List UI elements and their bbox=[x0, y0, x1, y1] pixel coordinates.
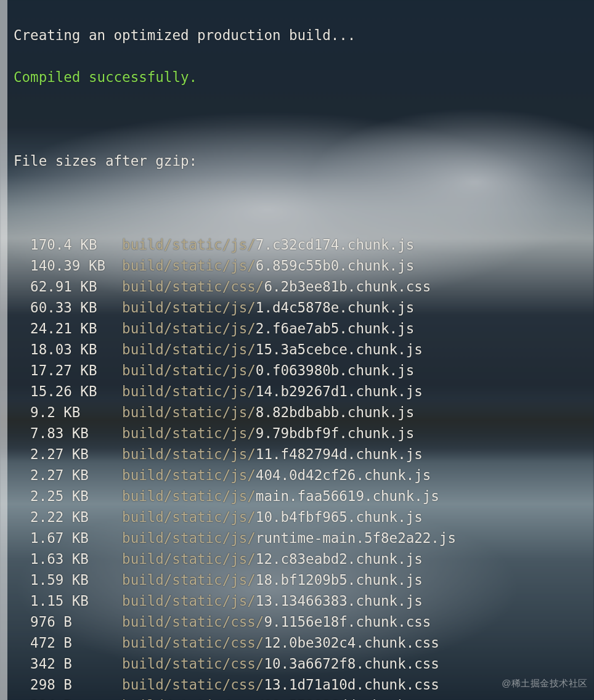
file-dir: build/static/js/ bbox=[122, 299, 256, 315]
file-row: 1.15 KBbuild/static/js/13.13466383.chunk… bbox=[14, 590, 594, 611]
file-size: 294 B bbox=[30, 695, 122, 700]
file-dir: build/static/js/ bbox=[122, 509, 256, 525]
file-dir: build/static/js/ bbox=[122, 404, 256, 420]
file-row: 9.2 KBbuild/static/js/8.82bdbabb.chunk.j… bbox=[14, 402, 594, 423]
file-dir: build/static/js/ bbox=[122, 320, 256, 336]
file-name: 0.f063980b.chunk.js bbox=[256, 362, 414, 378]
file-dir: build/static/css/ bbox=[122, 656, 264, 672]
file-size: 62.91 KB bbox=[30, 276, 122, 297]
file-dir: build/static/js/ bbox=[122, 425, 256, 441]
file-dir: build/static/js/ bbox=[122, 593, 256, 609]
file-name: 10.b4fbf965.chunk.js bbox=[256, 509, 423, 525]
file-size: 7.83 KB bbox=[30, 423, 122, 444]
file-name: 6.2b3ee81b.chunk.css bbox=[264, 279, 431, 295]
file-row: 1.59 KBbuild/static/js/18.bf1209b5.chunk… bbox=[14, 569, 594, 590]
file-dir: build/static/js/ bbox=[122, 383, 256, 399]
file-row: 17.27 KBbuild/static/js/0.f063980b.chunk… bbox=[14, 360, 594, 381]
file-size: 60.33 KB bbox=[30, 297, 122, 318]
file-size: 472 B bbox=[30, 632, 122, 653]
file-size: 170.4 KB bbox=[30, 234, 122, 255]
file-row: 60.33 KBbuild/static/js/1.d4c5878e.chunk… bbox=[14, 297, 594, 318]
terminal-scrollbar[interactable] bbox=[0, 0, 7, 700]
file-row: 7.83 KBbuild/static/js/9.79bdbf9f.chunk.… bbox=[14, 423, 594, 444]
blank-line bbox=[14, 192, 594, 213]
file-name: 6.859c55b0.chunk.js bbox=[256, 258, 414, 274]
file-name: 8.82bdbabb.chunk.js bbox=[256, 404, 414, 420]
file-name: 2.f6ae7ab5.chunk.js bbox=[256, 320, 414, 336]
file-row: 342 Bbuild/static/css/10.3a6672f8.chunk.… bbox=[14, 653, 594, 674]
file-dir: build/static/css/ bbox=[122, 279, 264, 295]
file-name: runtime-main.5f8e2a22.js bbox=[256, 530, 456, 546]
file-dir: build/static/js/ bbox=[122, 488, 256, 504]
file-size: 1.59 KB bbox=[30, 569, 122, 590]
file-name: 15.3a5cebce.chunk.js bbox=[256, 341, 423, 357]
blank-line bbox=[14, 108, 594, 129]
watermark-text: @稀土掘金技术社区 bbox=[502, 673, 588, 694]
file-row: 2.22 KBbuild/static/js/10.b4fbf965.chunk… bbox=[14, 507, 594, 527]
file-name: 13.13466383.chunk.js bbox=[256, 593, 423, 609]
file-name: 9.79bdbf9f.chunk.js bbox=[256, 425, 414, 441]
file-dir: build/static/js/ bbox=[122, 530, 256, 546]
file-size: 1.67 KB bbox=[30, 527, 122, 548]
file-size: 140.39 KB bbox=[30, 255, 122, 276]
file-row: 472 Bbuild/static/css/12.0be302c4.chunk.… bbox=[14, 632, 594, 653]
file-dir: build/static/js/ bbox=[122, 362, 256, 378]
file-size: 2.22 KB bbox=[30, 507, 122, 527]
file-name: 10.3a6672f8.chunk.css bbox=[264, 656, 439, 672]
file-name: 12.0be302c4.chunk.css bbox=[264, 635, 439, 651]
file-name: 404.0d42cf26.chunk.js bbox=[256, 467, 431, 483]
file-size: 342 B bbox=[30, 653, 122, 674]
file-dir: build/static/js/ bbox=[122, 446, 256, 462]
file-name: 12.c83eabd2.chunk.js bbox=[256, 551, 423, 567]
file-name: 11.f482794d.chunk.js bbox=[256, 446, 423, 462]
file-name: 13.1d71a10d.chunk.css bbox=[264, 677, 439, 693]
file-row: 2.27 KBbuild/static/js/11.f482794d.chunk… bbox=[14, 444, 594, 465]
build-status-line: Creating an optimized production build..… bbox=[14, 25, 594, 46]
file-size: 2.25 KB bbox=[30, 486, 122, 507]
file-size-list: 170.4 KBbuild/static/js/7.c32cd174.chunk… bbox=[14, 234, 594, 700]
file-dir: build/static/js/ bbox=[122, 341, 256, 357]
file-size: 18.03 KB bbox=[30, 339, 122, 360]
file-row: 170.4 KBbuild/static/js/7.c32cd174.chunk… bbox=[14, 234, 594, 255]
file-row: 2.25 KBbuild/static/js/main.faa56619.chu… bbox=[14, 486, 594, 507]
file-size: 24.21 KB bbox=[30, 318, 122, 339]
file-name: 9.1156e18f.chunk.css bbox=[264, 614, 431, 630]
file-dir: build/static/css/ bbox=[122, 614, 264, 630]
file-sizes-heading: File sizes after gzip: bbox=[14, 150, 594, 171]
compile-success-line: Compiled successfully. bbox=[14, 67, 594, 88]
file-name: 18.bf1209b5.chunk.js bbox=[256, 572, 423, 588]
file-row: 294 Bbuild/static/css/11.573936dd.chunk.… bbox=[14, 695, 594, 700]
file-size: 298 B bbox=[30, 674, 122, 695]
file-name: main.faa56619.chunk.js bbox=[256, 488, 439, 504]
file-name: 11.573936dd.chunk.css bbox=[264, 698, 439, 700]
file-row: 24.21 KBbuild/static/js/2.f6ae7ab5.chunk… bbox=[14, 318, 594, 339]
file-dir: build/static/js/ bbox=[122, 467, 256, 483]
file-name: 7.c32cd174.chunk.js bbox=[256, 237, 414, 253]
file-dir: build/static/js/ bbox=[122, 237, 256, 253]
file-row: 62.91 KBbuild/static/css/6.2b3ee81b.chun… bbox=[14, 276, 594, 297]
file-dir: build/static/css/ bbox=[122, 635, 264, 651]
file-dir: build/static/js/ bbox=[122, 258, 256, 274]
file-dir: build/static/css/ bbox=[122, 677, 264, 693]
file-row: 2.27 KBbuild/static/js/404.0d42cf26.chun… bbox=[14, 465, 594, 486]
file-size: 15.26 KB bbox=[30, 381, 122, 402]
file-size: 2.27 KB bbox=[30, 465, 122, 486]
file-dir: build/static/css/ bbox=[122, 698, 264, 700]
file-row: 140.39 KBbuild/static/js/6.859c55b0.chun… bbox=[14, 255, 594, 276]
file-row: 15.26 KBbuild/static/js/14.b29267d1.chun… bbox=[14, 381, 594, 402]
file-row: 976 Bbuild/static/css/9.1156e18f.chunk.c… bbox=[14, 611, 594, 632]
file-row: 1.63 KBbuild/static/js/12.c83eabd2.chunk… bbox=[14, 548, 594, 569]
file-name: 14.b29267d1.chunk.js bbox=[256, 383, 423, 399]
file-size: 2.27 KB bbox=[30, 444, 122, 465]
file-row: 18.03 KBbuild/static/js/15.3a5cebce.chun… bbox=[14, 339, 594, 360]
file-dir: build/static/js/ bbox=[122, 551, 256, 567]
file-row: 1.67 KBbuild/static/js/runtime-main.5f8e… bbox=[14, 527, 594, 548]
file-size: 976 B bbox=[30, 611, 122, 632]
file-size: 1.15 KB bbox=[30, 590, 122, 611]
file-size: 17.27 KB bbox=[30, 360, 122, 381]
terminal-output[interactable]: Creating an optimized production build..… bbox=[14, 4, 594, 700]
file-dir: build/static/js/ bbox=[122, 572, 256, 588]
file-size: 9.2 KB bbox=[30, 402, 122, 423]
file-name: 1.d4c5878e.chunk.js bbox=[256, 299, 414, 315]
file-size: 1.63 KB bbox=[30, 548, 122, 569]
